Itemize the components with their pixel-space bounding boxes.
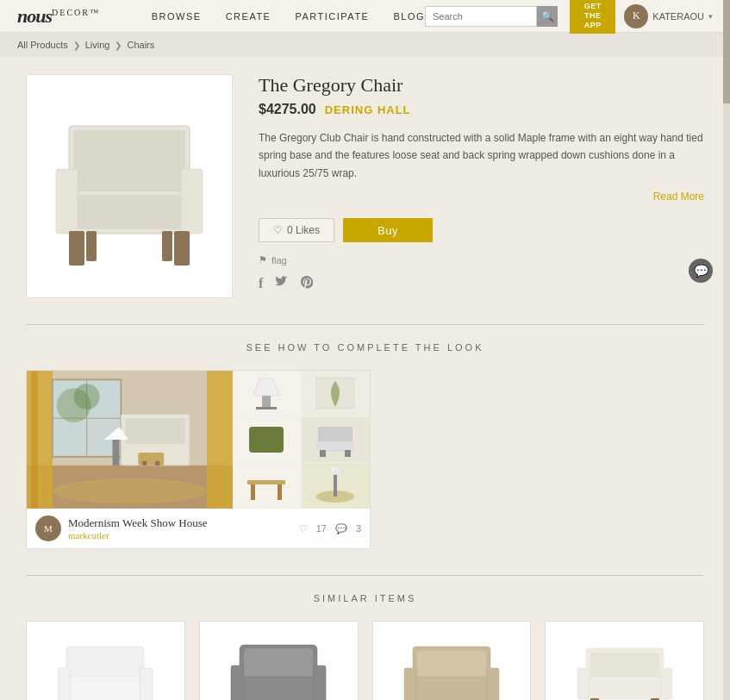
- svg-rect-3: [69, 195, 190, 229]
- look-side-item-2: [302, 371, 370, 416]
- svg-rect-34: [249, 427, 284, 453]
- look-side-item-4: [302, 417, 370, 463]
- look-avatar: M: [35, 516, 61, 541]
- svg-point-44: [331, 466, 340, 475]
- pinterest-icon[interactable]: [301, 276, 313, 293]
- nav-blog[interactable]: BLOG: [393, 11, 425, 22]
- read-more-link[interactable]: Read More: [653, 191, 704, 203]
- search-button[interactable]: 🔍: [537, 6, 558, 27]
- svg-rect-22: [125, 418, 185, 444]
- look-side-item-6: [302, 463, 370, 509]
- svg-rect-9: [162, 231, 172, 261]
- similar-section-title: SIMILAR ITEMS: [26, 593, 704, 603]
- svg-rect-55: [314, 666, 326, 700]
- svg-rect-5: [181, 169, 203, 234]
- section-divider-1: [26, 324, 704, 325]
- breadcrumb-all-products[interactable]: All Products: [17, 40, 68, 50]
- svg-rect-30: [262, 396, 271, 409]
- app-btn-line2: APP: [575, 21, 610, 30]
- svg-rect-54: [231, 666, 243, 700]
- nav-create[interactable]: CREATE: [226, 11, 271, 22]
- breadcrumb-sep-2: ❯: [115, 41, 122, 50]
- get-app-button[interactable]: GET THE APP: [570, 0, 615, 34]
- app-btn-line1: GET THE: [575, 2, 610, 21]
- svg-rect-46: [62, 677, 148, 700]
- look-stats: ♡ 17 💬 3: [299, 523, 361, 534]
- similar-grid: [26, 621, 704, 700]
- similar-item-2[interactable]: [199, 621, 359, 700]
- svg-rect-1: [73, 130, 185, 191]
- product-store[interactable]: DERING HALL: [325, 103, 411, 116]
- look-info: Modernism Week Show House markcutler: [68, 516, 292, 541]
- breadcrumb-living[interactable]: Living: [85, 40, 110, 50]
- svg-rect-48: [140, 668, 153, 700]
- svg-point-29: [74, 384, 100, 409]
- svg-rect-47: [58, 668, 71, 700]
- look-author[interactable]: markcutler: [68, 530, 292, 541]
- product-price-line: $4275.00 DERING HALL: [259, 102, 704, 117]
- flag-icon: ⚑: [259, 254, 267, 266]
- similar-item-3[interactable]: [372, 621, 532, 700]
- social-icons: f: [259, 276, 704, 293]
- logo[interactable]: nousDECOR™: [17, 5, 100, 28]
- svg-rect-23: [112, 440, 119, 466]
- svg-rect-16: [207, 371, 233, 508]
- flag-area[interactable]: ⚑ flag: [259, 254, 704, 266]
- look-card[interactable]: M Modernism Week Show House markcutler ♡…: [26, 370, 371, 549]
- svg-rect-63: [404, 668, 416, 700]
- logo-suffix: DECOR™: [52, 7, 100, 16]
- look-area: SEE HOW TO COMPLETE THE LOOK: [26, 342, 704, 549]
- svg-rect-14: [27, 371, 53, 508]
- svg-rect-8: [86, 231, 97, 261]
- product-area: The Gregory Chair $4275.00 DERING HALL T…: [26, 74, 704, 298]
- svg-rect-40: [251, 484, 255, 500]
- likes-count: 0 Likes: [287, 224, 320, 236]
- svg-rect-64: [487, 668, 499, 700]
- header-right: GET THE APP K KATERAOU ▾: [570, 0, 713, 34]
- svg-rect-15: [31, 371, 38, 508]
- product-description: The Gregory Club Chair is hand construct…: [259, 129, 704, 182]
- nav-participate[interactable]: PARTICIPATE: [295, 11, 369, 22]
- look-side-item-5: [233, 463, 301, 509]
- look-side-images: [233, 371, 370, 509]
- buy-button[interactable]: Buy: [343, 218, 433, 242]
- facebook-icon[interactable]: f: [259, 276, 263, 293]
- twitter-icon[interactable]: [275, 276, 289, 293]
- main-content: The Gregory Chair $4275.00 DERING HALL T…: [0, 57, 730, 700]
- likes-button[interactable]: ♡ 0 Likes: [259, 218, 334, 242]
- svg-rect-26: [142, 461, 147, 466]
- look-comments-count: 3: [356, 523, 361, 534]
- svg-rect-62: [409, 677, 495, 700]
- similar-area: SIMILAR ITEMS: [26, 593, 704, 700]
- similar-item-4[interactable]: [545, 621, 704, 700]
- user-dropdown-arrow[interactable]: ▾: [708, 12, 713, 21]
- chat-icon[interactable]: 💬: [689, 259, 713, 283]
- svg-rect-53: [235, 677, 321, 700]
- search-input[interactable]: [425, 6, 537, 27]
- svg-rect-7: [174, 231, 190, 266]
- scrollbar[interactable]: [723, 0, 730, 700]
- user-area[interactable]: K KATERAOU ▾: [624, 4, 713, 28]
- heart-icon: ♡: [273, 224, 283, 236]
- svg-rect-27: [155, 461, 159, 466]
- svg-rect-39: [247, 480, 285, 484]
- username: KATERAOU: [652, 11, 704, 22]
- similar-item-1[interactable]: [26, 621, 185, 700]
- scrollbar-thumb[interactable]: [723, 0, 730, 103]
- svg-rect-70: [577, 668, 589, 699]
- product-price: $4275.00: [259, 102, 316, 117]
- svg-rect-32: [256, 407, 277, 409]
- look-side-item-1: [233, 371, 301, 416]
- svg-rect-38: [345, 450, 351, 457]
- nav-browse[interactable]: BROWSE: [152, 11, 202, 22]
- look-main-image: [27, 371, 233, 509]
- svg-rect-41: [278, 484, 282, 500]
- look-likes-count: 17: [316, 523, 327, 534]
- svg-rect-4: [56, 169, 78, 234]
- look-title: Modernism Week Show House: [68, 516, 292, 530]
- svg-rect-25: [138, 453, 164, 466]
- flag-label: flag: [271, 255, 287, 266]
- look-section-title: SEE HOW TO COMPLETE THE LOOK: [26, 342, 704, 353]
- svg-marker-31: [253, 378, 279, 396]
- svg-rect-37: [320, 450, 326, 457]
